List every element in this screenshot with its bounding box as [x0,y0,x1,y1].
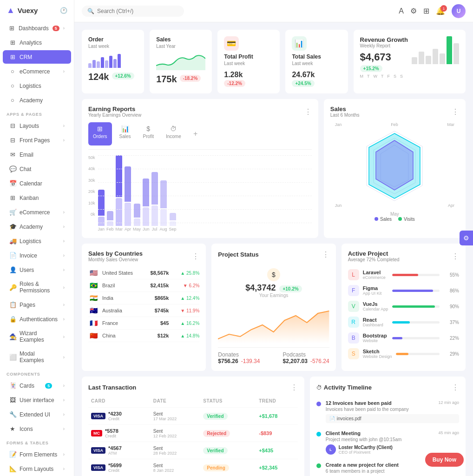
au-flag: 🇦🇺 [88,307,99,314]
sidebar-item-invoice[interactable]: 📄 Invoice › [3,249,71,262]
country-row-us: 🇺🇸 United States $8,567k ▲ 25.8% [88,267,199,279]
status-verified-1: Verified [203,413,227,420]
front-pages-chevron: › [63,138,65,143]
invoice-file-link[interactable]: 📄 invoices.pdf [326,414,459,423]
sidebar-item-academy2[interactable]: 🎓 Academy › [3,220,71,233]
pdf-icon: 📄 [329,416,335,421]
br-flag: 🇧🇷 [88,282,99,289]
sidebar-item-wizard[interactable]: 🧙 Wizard Examples › [3,327,71,346]
sidebar-item-form-layouts[interactable]: 📐 Form Layouts › [3,462,71,476]
bar-group-jun: Jun [143,178,150,231]
sidebar-item-cards[interactable]: 🃏 Cards 5 › [3,379,71,392]
sidebar-item-kanban[interactable]: ⊞ Kanban [3,191,71,205]
chat-icon: 💬 [9,165,16,172]
grid-icon[interactable]: ⊞ [423,7,429,15]
users-icon: 👤 [9,266,16,273]
sidebar-item-email[interactable]: ✉ Email [3,148,71,161]
table-row: VISA *4567 ATM Sent 28 Feb 2022 [88,442,298,459]
add-tab-button[interactable]: + [189,122,203,145]
dashboards-chevron: › [63,26,65,31]
sidebar-item-academy[interactable]: ○ Academy [3,93,71,107]
sidebar-item-pages[interactable]: 📋 Pages › [3,298,71,311]
sidebar-item-extended-ui[interactable]: 🔧 Extended UI › [3,408,71,421]
total-sales-card: 📊 Total Sales Last week 24.67k +24.5% [285,30,348,93]
project-stats: Donates $756.26 -139.34 Podcasts $2,207.… [218,351,329,364]
countries-menu[interactable]: ⋮ [192,252,199,261]
project-earning-change: +10.2% [279,285,302,292]
visa-badge-2: VISA [91,447,105,454]
sidebar-item-form-elements[interactable]: 📝 Form Elements › [3,448,71,461]
project-row-react: R React Dashboard 37% [348,314,459,330]
academy-icon: ○ [9,97,16,104]
active-project-menu[interactable]: ⋮ [452,252,459,261]
calendar-icon: 📅 [9,180,16,187]
sidebar-logo: ▲ Vuexy 🕐 [0,0,74,21]
figma-pct: 86% [446,288,459,293]
row4: Last Transaction ⋮ CARD DATE STATUS TREN… [82,377,466,476]
countries-list: 🇺🇸 United States $8,567k ▲ 25.8% 🇧🇷 Braz… [88,267,199,342]
project-status-title: Project Status [218,251,258,258]
transaction-header: Last Transaction ⋮ [88,383,298,392]
sales-value: 175k [156,74,177,85]
sidebar-item-icons[interactable]: ★ Icons › [3,422,71,436]
sidebar-item-chat[interactable]: 💬 Chat [3,162,71,176]
activity-menu[interactable]: ⋮ [452,383,459,392]
sidebar-item-dashboards[interactable]: ⊞ Dashboards 5 › [3,21,71,35]
sidebar-item-calendar[interactable]: 📅 Calendar [3,177,71,190]
search-bar[interactable]: 🔍 [82,6,184,17]
sidebar-item-front-pages[interactable]: ⊟ Front Pages › [3,133,71,147]
sidebar-item-crm[interactable]: ⊞ CRM [3,50,71,64]
sidebar-item-users[interactable]: 👤 Users › [3,263,71,277]
sidebar-item-ui[interactable]: 🖼 User interface › [3,393,71,407]
table-row: MC *5578 Credit Sent 12 Feb 2022 [88,425,298,442]
roles-icon: 🔑 [9,284,16,291]
total-sales-title: Total Sales [292,53,321,60]
cards-chevron: › [63,383,65,388]
settings-icon[interactable]: ⚙ [410,7,417,15]
sidebar-item-roles[interactable]: 🔑 Roles & Permissions › [3,278,71,297]
sidebar-item-ecommerce[interactable]: ○ eCommerce › [3,65,71,78]
profit-period: Last week [224,61,245,66]
country-row-au: 🇦🇺 Australia $745k ▼ 11.9% [88,304,199,317]
logistics2-icon: 🚚 [9,238,16,245]
components-label: COMPONENTS [0,367,74,378]
buy-now-button[interactable]: Buy Now [425,453,464,467]
sidebar-item-layouts[interactable]: ⊟ Layouts › [3,119,71,132]
project-status-menu[interactable]: ⋮ [322,250,329,259]
translate-icon[interactable]: A [399,7,404,15]
notification-icon[interactable]: 🔔 1 [436,7,445,15]
transaction-menu[interactable]: ⋮ [290,383,298,392]
user-avatar[interactable]: U [452,4,466,18]
icons-icon: ★ [9,425,16,432]
sales-hex-title: Sales [330,106,360,112]
tab-orders[interactable]: ⊞ Orders [88,122,112,145]
logistics-icon: ○ [9,82,16,89]
country-row-fr: 🇫🇷 France $45 ▲ 16.2% [88,317,199,330]
sidebar-item-ecommerce2[interactable]: 🛒 eCommerce › [3,205,71,219]
in-flag: 🇮🇳 [88,294,99,302]
sales-change: -18.2% [180,75,201,82]
project-sparkline [218,306,329,344]
settings-fab[interactable]: ⚙ [460,231,473,245]
tab-income[interactable]: ⏱ Income [161,122,186,145]
invoice-icon: 📄 [9,252,16,259]
tab-profit[interactable]: $ Profit [138,122,158,145]
layouts-chevron: › [63,123,65,128]
clock-icon[interactable]: 🕐 [60,7,67,14]
earning-menu-icon[interactable]: ⋮ [304,107,312,116]
countries-title: Sales by Countries [88,250,143,257]
search-input[interactable] [97,8,167,14]
react-progress-fill [392,321,410,324]
tab-sales[interactable]: 📊 Sales [115,122,136,145]
revenue-card: Revenue Growth Weekly Report $4,673 +15.… [354,30,466,93]
sales-hex-menu[interactable]: ⋮ [452,107,459,116]
sidebar-item-logistics[interactable]: ○ Logistics [3,79,71,93]
ecommerce-chevron: › [63,69,65,74]
profit-change: -12.2% [224,80,245,87]
sidebar-item-logistics2[interactable]: 🚚 Logistics › [3,234,71,248]
sidebar-item-modal[interactable]: ⬜ Modal Examples › [3,347,71,367]
sidebar-item-analytics[interactable]: ⊞ Analytics [3,36,71,49]
app-name: Vuexy [18,7,38,14]
income-tab-icon: ⏱ [170,125,177,132]
sidebar-item-auth[interactable]: 🔒 Authentications › [3,312,71,326]
